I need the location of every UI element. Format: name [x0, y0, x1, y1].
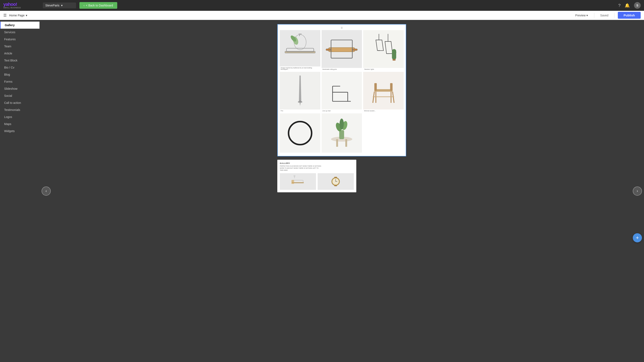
gallery-item-image-3	[363, 30, 404, 68]
sidebar-item-team[interactable]: Team	[0, 43, 40, 50]
svg-marker-12	[376, 40, 384, 50]
sidebar-item-cta[interactable]: Call to action	[0, 99, 40, 106]
svg-rect-41	[339, 130, 344, 139]
avatar[interactable]: S	[634, 2, 641, 9]
notification-icon[interactable]: 🔔	[625, 3, 630, 8]
preview-chevron-icon: ▾	[586, 14, 588, 17]
sidebar-item-label: Gallery	[5, 23, 14, 27]
sidebar-item-label: Call to action	[4, 101, 21, 104]
gallery-item-image-1	[280, 30, 320, 66]
page-selector[interactable]: Home Page ▾	[9, 14, 27, 17]
sidebar-item-features[interactable]: Features	[0, 36, 40, 43]
svg-rect-30	[374, 83, 377, 91]
gallery-item-1[interactable]: Design inspired by traditional As.an boa…	[280, 30, 320, 71]
gallery-item-5[interactable]: Line up chair	[322, 72, 362, 112]
thumbnail-gallery-label: GALLERY	[280, 162, 354, 164]
gallery-svg-6	[365, 74, 402, 108]
preview-button[interactable]: Preview ▾	[572, 12, 591, 18]
svg-rect-7	[328, 47, 355, 52]
site-selector-chevron: ▾	[61, 4, 62, 7]
sidebar-item-label: Team	[4, 45, 11, 48]
gallery-item-8[interactable]	[322, 113, 362, 154]
sidebar-item-article[interactable]: Article	[0, 50, 40, 57]
thumbnail-svg-1	[283, 175, 312, 188]
prev-nav-arrow[interactable]: ‹	[42, 187, 51, 196]
sidebar-item-social[interactable]: Social	[0, 92, 40, 99]
sidebar-item-label: Text Block	[4, 59, 18, 62]
thumbnail-item-2[interactable]	[318, 173, 354, 190]
gallery-item-7[interactable]	[280, 113, 320, 154]
sidebar-item-textblock[interactable]: Text Block	[0, 57, 40, 64]
sidebar-item-label: Testimonials	[4, 108, 20, 111]
sidebar-item-label: Article	[4, 52, 12, 55]
hamburger-icon[interactable]: ☰	[3, 13, 7, 18]
thumbnail-grid	[280, 173, 354, 190]
thumbnail-subtitle: PERFECTION IS ACHIEVED NOT WHEN THERE IS…	[280, 165, 322, 171]
gallery-item-image-6	[363, 72, 404, 110]
gallery-caption-1: Design inspired by traditional As.an boa…	[280, 66, 320, 71]
topbar-right: ? 🔔 S	[618, 2, 641, 9]
gallery-top-indicator: |||	[280, 26, 404, 29]
logo-area: yahoo! small business	[3, 2, 43, 9]
yahoo-logo-text: yahoo!	[3, 2, 17, 7]
gallery-item-6[interactable]: Minimal wooden...	[363, 72, 404, 112]
svg-rect-54	[334, 177, 337, 178]
gallery-svg-5	[324, 74, 360, 108]
svg-rect-31	[390, 83, 393, 91]
svg-marker-15	[385, 41, 393, 53]
gallery-item-image-5	[322, 72, 362, 110]
sidebar-item-label: Logos	[4, 115, 12, 119]
gallery-caption-7	[280, 153, 320, 154]
gallery-item-3[interactable]: 'Skeleton' lights	[363, 30, 404, 71]
thumbnail-item-1[interactable]	[280, 173, 316, 190]
sidebar-item-widgets[interactable]: Widgets	[0, 127, 40, 135]
gallery-block[interactable]: |||	[277, 24, 406, 156]
sidebar-item-maps[interactable]: Maps	[0, 120, 40, 127]
gallery-item-image-8	[322, 113, 362, 153]
canvas-wrapper: |||	[277, 24, 406, 192]
sidebar-item-blog[interactable]: Blog	[0, 71, 40, 78]
svg-line-32	[373, 92, 374, 103]
sidebar-item-logos[interactable]: Logos	[0, 113, 40, 120]
prev-arrow-icon: ‹	[46, 189, 47, 193]
add-section-button[interactable]: +	[633, 233, 642, 242]
svg-rect-0	[285, 51, 315, 53]
svg-rect-39	[336, 139, 338, 147]
saved-label: Saved	[598, 14, 611, 17]
gallery-svg-1	[282, 33, 318, 63]
next-arrow-icon: ›	[637, 189, 638, 193]
topbar: yahoo! small business SteveParis ▾ ‹ < B…	[0, 0, 644, 11]
sidebar-item-gallery[interactable]: Gallery	[0, 21, 40, 29]
gallery-item-2[interactable]: Handmade rolling pins	[322, 30, 362, 71]
gallery-svg-2	[324, 33, 360, 65]
gallery-item-4[interactable]: Pen	[280, 72, 320, 112]
next-nav-arrow[interactable]: ›	[633, 187, 642, 196]
sidebar-item-services[interactable]: Services	[0, 29, 40, 36]
sidebar-item-label: Social	[4, 94, 12, 97]
sidebar-item-biocv[interactable]: Bio / Cv	[0, 64, 40, 71]
sidebar-item-slideshow[interactable]: Slideshow	[0, 85, 40, 92]
gallery-svg-4	[282, 74, 318, 108]
divider2	[614, 13, 614, 18]
back-to-dashboard-button[interactable]: ‹ < Back to Dashboard	[80, 2, 117, 9]
site-name: SteveParis	[45, 4, 60, 7]
preview-label: Preview	[575, 14, 586, 17]
sidebar-item-label: Maps	[4, 122, 11, 126]
sidebar-item-label: Forms	[4, 80, 12, 83]
add-icon: +	[636, 235, 639, 241]
page-name: Home Page	[9, 14, 24, 17]
gallery-caption-2: Handmade rolling pins	[322, 68, 362, 71]
yahoo-small-biz-text: small business	[3, 7, 21, 9]
help-icon[interactable]: ?	[618, 3, 620, 8]
svg-rect-9	[353, 49, 358, 50]
sidebar-item-testimonials[interactable]: Testimonials	[0, 106, 40, 113]
thumbnail-preview: GALLERY PERFECTION IS ACHIEVED NOT WHEN …	[277, 160, 356, 192]
site-selector[interactable]: SteveParis ▾	[43, 2, 76, 8]
gallery-item-image-4	[280, 72, 320, 110]
toolbar2: ☰ Home Page ▾ Preview ▾ Saved Publish	[0, 11, 644, 20]
svg-rect-55	[334, 185, 337, 186]
sidebar-item-forms[interactable]: Forms	[0, 78, 40, 85]
svg-marker-21	[299, 75, 301, 101]
gallery-caption-8	[322, 153, 362, 154]
publish-button[interactable]: Publish	[618, 12, 641, 19]
